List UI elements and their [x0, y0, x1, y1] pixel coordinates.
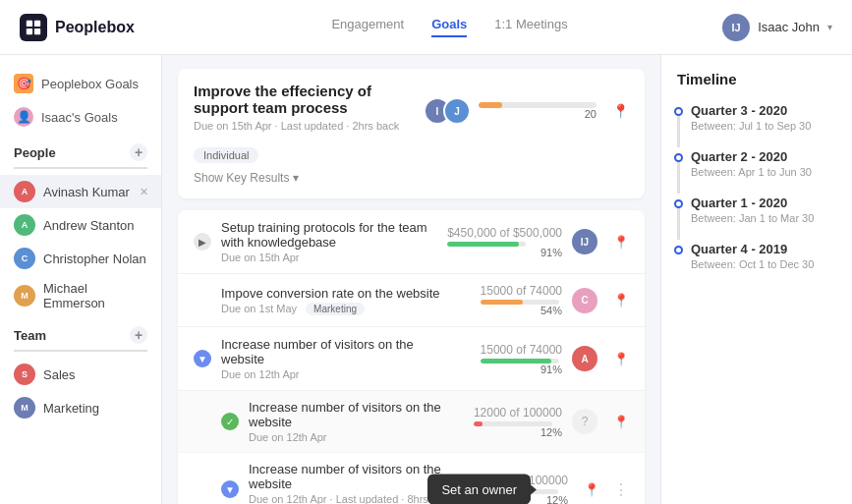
show-key-results-button[interactable]: Show Key Results ▾ — [194, 171, 629, 185]
set-owner-tooltip[interactable]: Set an owner — [427, 475, 531, 505]
main-goal-card: Improve the effeciency of support team p… — [178, 69, 645, 198]
pin-icon: 📍 — [613, 352, 629, 366]
avatar: IJ — [722, 14, 750, 41]
person-name: Avinash Kumar — [43, 185, 130, 199]
kr-expand-button[interactable]: ▼ — [194, 350, 211, 367]
kr-sub-row: ▼ Increase number of visitors on the web… — [178, 453, 645, 504]
header: Peoplebox Engagement Goals 1:1 Meetings … — [0, 0, 852, 55]
timeline-item: Quarter 1 - 2020 Between: Jan 1 to Mar 3… — [677, 196, 836, 224]
team-section-divider — [14, 350, 147, 352]
sidebar-item-isaacs-goals[interactable]: 👤 Isaac's Goals — [0, 100, 161, 134]
chevron-down-icon: ▾ — [293, 171, 299, 185]
more-options-button[interactable]: ⋮ — [613, 480, 629, 499]
goal-meta: Due on 15th Apr · Last updated · 2hrs ba… — [194, 120, 424, 132]
user-menu[interactable]: IJ Isaac John ▾ — [722, 14, 832, 41]
goal-right: I J 20 📍 — [424, 97, 629, 125]
kr-value: 12000 of 100000 — [474, 406, 562, 420]
kr-row: ▶ Setup training protocols for the team … — [178, 210, 645, 274]
avatar: C — [572, 288, 597, 313]
kr-expand-button[interactable]: ▶ — [194, 233, 211, 251]
user-name: Isaac John — [758, 20, 820, 34]
timeline-quarter: Quarter 3 - 2020 — [691, 103, 836, 118]
close-icon[interactable]: ✕ — [136, 184, 151, 199]
sidebar-item-peoplebox-goals[interactable]: 🎯 Peoplebox Goals — [0, 67, 161, 100]
goal-header-row: Improve the effeciency of support team p… — [194, 83, 629, 140]
person-item-avinash[interactable]: A Avinash Kumar ✕ — [0, 175, 161, 208]
kr-value: $450,000 of $500,000 — [447, 226, 562, 240]
team-section-header: Team + — [0, 316, 161, 348]
person-name: Christopher Nolan — [43, 252, 146, 266]
kr-expand-button[interactable]: ▼ — [221, 480, 239, 498]
kr-row: ▼ Increase number of visitors on the web… — [178, 327, 645, 391]
kr-value: 15000 of 74000 — [481, 343, 562, 357]
kr-right: 15000 of 74000 54% C 📍 — [452, 284, 629, 316]
kr-pct: 91% — [481, 364, 562, 375]
team-name: Marketing — [43, 401, 99, 416]
team-item-marketing[interactable]: M Marketing — [0, 391, 161, 424]
kr-checked-icon: ✓ — [221, 413, 239, 430]
svg-rect-1 — [34, 20, 40, 26]
kr-info: Impove conversion rate on the website Du… — [221, 286, 452, 314]
person-item-christopher[interactable]: C Christopher Nolan — [0, 242, 161, 275]
svg-rect-3 — [34, 28, 40, 33]
key-results-list: ▶ Setup training protocols for the team … — [178, 210, 645, 504]
timeline-range: Between: Oct 1 to Dec 30 — [691, 258, 836, 270]
kr-due: Due on 15th Apr — [221, 252, 447, 263]
timeline-dot — [674, 246, 683, 254]
pin-icon: 📍 — [613, 293, 629, 308]
sidebar-item-label: Peoplebox Goals — [41, 77, 139, 91]
kr-question-mark: ? — [572, 409, 597, 434]
person-name: Michael Emmerson — [43, 281, 147, 310]
kr-due: Due on 12th Apr — [221, 368, 452, 380]
people-section-divider — [14, 167, 147, 169]
timeline-quarter: Quarter 1 - 2020 — [691, 196, 836, 210]
kr-right: 15000 of 74000 91% A 📍 — [452, 343, 629, 375]
kr-title: Setup training protocols for the team wi… — [221, 220, 447, 250]
add-person-button[interactable]: + — [130, 143, 147, 161]
kr-info: Increase number of visitors on the websi… — [249, 400, 452, 443]
timeline-item: Quarter 3 - 2020 Between: Jul 1 to Sep 3… — [677, 103, 836, 132]
goal-title: Improve the effeciency of support team p… — [194, 83, 424, 116]
tab-engagement[interactable]: Engagement — [331, 17, 404, 37]
pin-icon: 📍 — [613, 415, 629, 429]
timeline-quarter: Quarter 4 - 2019 — [691, 242, 836, 256]
people-section-header: People + — [0, 134, 161, 165]
timeline-panel: Timeline Quarter 3 - 2020 Between: Jul 1… — [660, 55, 852, 504]
avatar: A — [572, 346, 597, 371]
main-content: Improve the effeciency of support team p… — [162, 55, 660, 504]
timeline-item: Quarter 2 - 2020 Between: Apr 1 to Jun 3… — [677, 149, 836, 178]
nav-tabs: Engagement Goals 1:1 Meetings — [177, 17, 722, 37]
avatar: M — [14, 397, 35, 419]
avatar: S — [14, 364, 35, 385]
person-item-andrew[interactable]: A Andrew Stanton — [0, 208, 161, 242]
svg-rect-0 — [27, 20, 32, 26]
peoplebox-goals-icon: 🎯 — [14, 74, 33, 93]
isaacs-goals-icon: 👤 — [14, 107, 33, 127]
add-team-button[interactable]: + — [130, 326, 147, 344]
kr-row: Impove conversion rate on the website Du… — [178, 274, 645, 327]
avatar: J — [443, 97, 471, 125]
kr-title: Impove conversion rate on the website — [221, 286, 452, 301]
tab-goals[interactable]: Goals — [431, 17, 467, 37]
chevron-down-icon: ▾ — [827, 22, 832, 32]
timeline-quarter: Quarter 2 - 2020 — [691, 149, 836, 164]
kr-sub-row: ✓ Increase number of visitors on the web… — [178, 391, 645, 453]
pin-icon: 📍 — [613, 235, 629, 250]
tab-meetings[interactable]: 1:1 Meetings — [494, 17, 567, 37]
sidebar-item-label: Isaac's Goals — [41, 110, 118, 125]
person-item-michael[interactable]: M Michael Emmerson — [0, 275, 161, 316]
goal-avatars: I J — [424, 97, 471, 125]
team-item-sales[interactable]: S Sales — [0, 358, 161, 391]
timeline-dot — [674, 153, 683, 162]
layout: 🎯 Peoplebox Goals 👤 Isaac's Goals People… — [0, 55, 852, 504]
avatar: A — [14, 181, 35, 202]
avatar: A — [14, 214, 35, 236]
kr-title: Increase number of visitors on the websi… — [221, 337, 452, 366]
kr-right: Set an owner 12000 of 100000 12% 📍 ⋮ — [452, 474, 629, 505]
logo: Peoplebox — [20, 14, 177, 41]
timeline-dot — [674, 107, 683, 116]
avatar: M — [14, 285, 35, 307]
timeline-dot — [674, 199, 683, 208]
team-name: Sales — [43, 367, 76, 382]
kr-value: 15000 of 74000 — [481, 284, 562, 298]
